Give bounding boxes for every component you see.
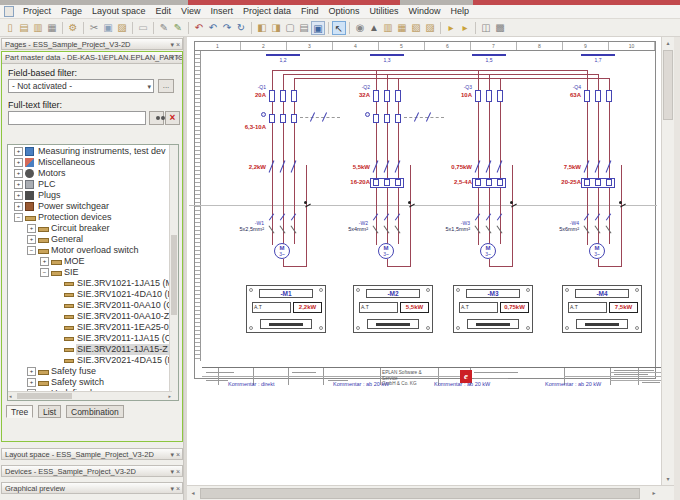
scroll-right-icon[interactable]: ▸ (168, 393, 171, 399)
tree-item[interactable]: +Plugs (8, 190, 179, 201)
menu-utilities[interactable]: Utilities (365, 5, 404, 18)
menu-layout-space[interactable]: Layout space (87, 5, 151, 18)
print-icon[interactable]: ▦ (45, 21, 59, 35)
collapse-icon[interactable]: − (40, 268, 49, 277)
view-1-icon[interactable]: ◫ (479, 21, 493, 35)
format-brush-2-icon[interactable]: ✎ (171, 21, 185, 35)
window-cascade-icon[interactable]: ◧ (255, 21, 269, 35)
undo-icon[interactable]: ↶ (206, 21, 220, 35)
panel-buttons[interactable]: ▾ × (170, 466, 180, 477)
expand-icon[interactable]: + (27, 224, 36, 233)
field-filter-select[interactable]: - Not activated - ▾ (8, 79, 154, 93)
scroll-left-icon[interactable]: ◂ (9, 393, 12, 399)
tree-item[interactable]: +Motors (8, 168, 179, 179)
menu-project-data[interactable]: Project data (238, 5, 296, 18)
panel-buttons[interactable]: ▾ × (170, 39, 180, 50)
fulltext-filter-input[interactable] (8, 111, 146, 125)
part-master-header[interactable]: Part master data - DE-KAS-1\EPLAN.EPLAN_… (2, 52, 182, 64)
motor-feeder-circuit-4[interactable]: 1,7 -Q4 63A 7,5kW 20-25 (527, 54, 657, 280)
collapse-icon[interactable]: − (27, 246, 36, 255)
tree-item[interactable]: SIE.3RV1021-4DA10 (M (8, 289, 179, 300)
menu-options[interactable]: Options (324, 5, 365, 18)
nav-forward-icon[interactable]: ▸ (444, 21, 458, 35)
clear-filter-button[interactable]: × (165, 111, 180, 125)
motor-nameplate-1[interactable]: -M1 A.T 2,2kW (246, 285, 326, 333)
graphical-preview-header[interactable]: Graphical preview ▾ × (1, 482, 183, 494)
expand-icon[interactable]: + (27, 378, 36, 387)
copy-icon[interactable]: ▣ (101, 21, 115, 35)
tree-item[interactable]: +MOE (8, 256, 179, 267)
horizontal-scrollbar[interactable]: ◂ ▸ (187, 485, 674, 500)
expand-icon[interactable]: + (14, 158, 23, 167)
tree-item[interactable]: +Circuit breaker (8, 223, 179, 234)
tree-item[interactable]: SIE.3RV2011-0AA10 (C (8, 300, 179, 311)
report-2-icon[interactable]: ▦ (395, 21, 409, 35)
scroll-up-icon[interactable]: ▴ (662, 37, 674, 49)
undo-history-icon[interactable]: ↶ (192, 21, 206, 35)
tree-item[interactable]: SIE.3RV2011-1JA15-Z (8, 344, 179, 355)
tree-item[interactable]: +Measuring instruments, test dev (8, 146, 179, 157)
workbook-icon[interactable]: ▣ (311, 21, 325, 35)
expand-icon[interactable]: + (14, 191, 23, 200)
scrollbar-thumb[interactable] (171, 235, 177, 315)
tree-item[interactable]: SIE.3RV2011-1EA25-0 (8, 322, 179, 333)
tree-item[interactable]: +Miscellaneous (8, 157, 179, 168)
redo-icon[interactable]: ↷ (220, 21, 234, 35)
field-filter-browse-button[interactable]: ... (158, 79, 174, 93)
tree-item[interactable]: SIE.3RV2011-1JA15 (C (8, 333, 179, 344)
schematic-canvas[interactable]: 12345678910 (187, 37, 661, 485)
list-view-icon[interactable]: ▤ (297, 21, 311, 35)
scroll-down-icon[interactable]: ▾ (662, 473, 674, 485)
scrollbar-thumb[interactable] (200, 488, 640, 499)
redo-history-icon[interactable]: ↻ (234, 21, 248, 35)
cut-icon[interactable]: ✂ (87, 21, 101, 35)
layout-space-panel-header[interactable]: Layout space - ESS_Sample_Project_V3-2D … (1, 448, 183, 460)
scroll-left-icon[interactable]: ◂ (187, 487, 199, 499)
settings-wrench-icon[interactable]: ⚙ (66, 21, 80, 35)
expand-icon[interactable]: + (27, 235, 36, 244)
tree-item[interactable]: +General (8, 234, 179, 245)
tab-list[interactable]: List (38, 405, 61, 418)
menu-view[interactable]: View (176, 5, 205, 18)
tab-tree[interactable]: Tree (6, 405, 33, 418)
paste-icon[interactable]: ▨ (115, 21, 129, 35)
window-tile-icon[interactable]: ◨ (269, 21, 283, 35)
collapse-icon[interactable]: − (14, 213, 23, 222)
delete-icon[interactable]: ▭ (136, 21, 150, 35)
pointer-icon[interactable]: ↖ (332, 21, 346, 35)
pages-panel-header[interactable]: Pages - ESS_Sample_Project_V3-2D ▾ × (1, 38, 183, 50)
report-4-icon[interactable]: ▨ (423, 21, 437, 35)
tab-combination[interactable]: Combination (66, 405, 124, 418)
view-2-icon[interactable]: ▩ (493, 21, 507, 35)
find-icon[interactable]: ◉ (353, 21, 367, 35)
menu-edit[interactable]: Edit (151, 5, 177, 18)
panel-buttons[interactable]: ▾ × (170, 52, 180, 63)
motor-nameplate-4[interactable]: -M4 A.T 7,5kW (562, 285, 642, 333)
report-1-icon[interactable]: ▥ (381, 21, 395, 35)
fulltext-search-button[interactable] (149, 111, 164, 125)
tree-item[interactable]: SIE.3RV2021-4DA15 (M (8, 355, 179, 366)
tree-item[interactable]: +Power switchgear (8, 201, 179, 212)
page-properties-icon[interactable]: ▥ (31, 21, 45, 35)
page-preview-icon[interactable]: ▢ (283, 21, 297, 35)
report-3-icon[interactable]: ▧ (409, 21, 423, 35)
expand-icon[interactable]: + (14, 147, 23, 156)
panel-buttons[interactable]: ▾ × (170, 483, 180, 494)
nav-back-icon[interactable]: ▸ (458, 21, 472, 35)
expand-icon[interactable]: + (14, 202, 23, 211)
vertical-scrollbar[interactable]: ▴ ▾ (661, 37, 674, 485)
panel-buttons[interactable]: ▾ × (170, 449, 180, 460)
menu-insert[interactable]: Insert (205, 5, 238, 18)
tree-item[interactable]: −SIE (8, 267, 179, 278)
scrollbar-thumb[interactable] (663, 50, 673, 120)
tree-vertical-scrollbar[interactable] (169, 145, 178, 400)
expand-icon[interactable]: + (27, 367, 36, 376)
new-page-icon[interactable]: ▯ (3, 21, 17, 35)
expand-icon[interactable]: + (40, 257, 49, 266)
tree-item[interactable]: SIE.3RV1021-1JA15 (M (8, 278, 179, 289)
tree-item[interactable]: +Safety fuse (8, 366, 179, 377)
scroll-right-icon[interactable]: ▸ (648, 487, 660, 499)
expand-icon[interactable]: + (14, 169, 23, 178)
tree-item[interactable]: −Motor overload switch (8, 245, 179, 256)
menu-page[interactable]: Page (56, 5, 87, 18)
